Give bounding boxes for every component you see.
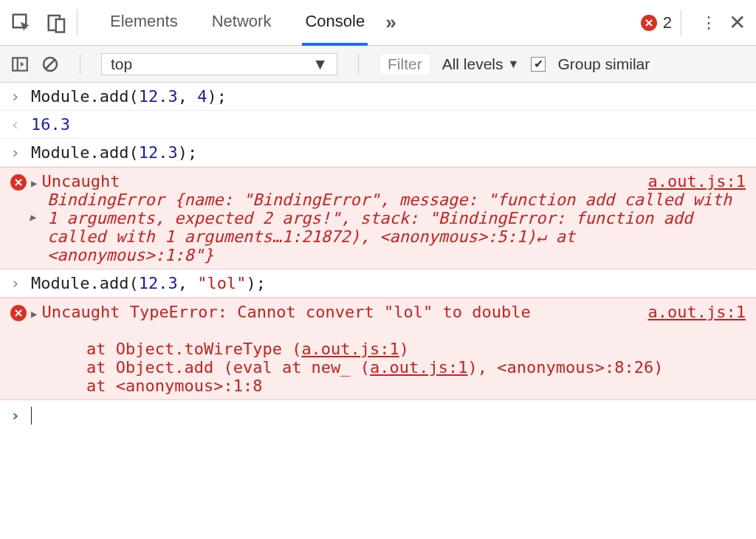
console-log-area: › Module.add(12.3, 4); ‹ 16.3 › Module.a… — [0, 83, 756, 430]
devtools-tabbar: Elements Network Console » 2 ⋮ ✕ — [0, 0, 756, 46]
tab-elements[interactable]: Elements — [107, 0, 181, 46]
levels-label: All levels — [442, 55, 504, 73]
stack-line: ), <anonymous>:8:26) — [468, 358, 664, 377]
filter-input[interactable]: Filter — [379, 53, 430, 75]
divider — [681, 10, 681, 36]
code-token: ); — [246, 274, 266, 292]
code-number: 12.3 — [139, 87, 178, 106]
code-string: "lol" — [197, 274, 246, 292]
expand-triangle-icon[interactable]: ▶ — [31, 308, 41, 320]
error-badge-icon — [10, 172, 31, 190]
close-icon[interactable]: ✕ — [729, 10, 746, 35]
group-similar-label: Group similar — [557, 55, 650, 73]
code-token: Module.add( — [31, 143, 139, 162]
chevron-down-icon: ▼ — [508, 58, 520, 71]
expand-triangle-icon[interactable]: ▶ — [31, 177, 41, 189]
stack-line: at <anonymous>:1:8 — [47, 377, 262, 395]
code-token: , — [178, 87, 198, 106]
input-chevron-icon: › — [10, 143, 31, 162]
console-error-row: a.out.js:1 ▶Uncaught TypeError: Cannot c… — [0, 298, 756, 400]
sidebar-toggle-icon[interactable] — [10, 55, 30, 74]
prompt-chevron-icon: › — [10, 406, 31, 425]
tab-console[interactable]: Console — [302, 0, 368, 46]
error-indicator[interactable]: 2 — [641, 13, 672, 32]
divider — [80, 54, 80, 75]
console-toolbar: top ▼ Filter All levels ▼ ✔ Group simila… — [0, 46, 756, 83]
group-similar-checkbox[interactable]: ✔ — [531, 57, 546, 72]
error-badge-icon — [641, 15, 657, 31]
divider — [77, 10, 78, 36]
error-source-link[interactable]: a.out.js:1 — [648, 172, 746, 190]
stack-line: at Object.toWireType ( — [47, 340, 301, 358]
code-token: Module.add( — [31, 87, 139, 106]
input-chevron-icon: › — [10, 274, 31, 292]
code-number: 4 — [197, 87, 207, 106]
error-source-link[interactable]: a.out.js:1 — [648, 303, 746, 321]
error-badge-icon — [10, 303, 31, 321]
error-count: 2 — [663, 13, 672, 32]
context-selector[interactable]: top ▼ — [101, 53, 337, 75]
console-error-row: a.out.js:1 ▶Uncaught ▶ BindingError {nam… — [0, 167, 756, 270]
console-prompt[interactable]: › — [0, 400, 756, 430]
console-output-row: ‹ 16.3 — [0, 111, 756, 139]
output-chevron-icon: ‹ — [10, 115, 31, 134]
clear-console-icon[interactable] — [41, 55, 59, 73]
return-value: 16.3 — [31, 115, 746, 134]
device-toggle-icon[interactable] — [46, 12, 68, 34]
context-label: top — [111, 55, 132, 73]
code-number: 12.3 — [139, 274, 178, 292]
stack-link[interactable]: a.out.js:1 — [370, 358, 467, 377]
more-tabs-icon[interactable]: » — [385, 11, 396, 34]
stack-line: ) — [399, 340, 409, 358]
expand-triangle-icon[interactable]: ▶ — [30, 211, 40, 223]
tab-network[interactable]: Network — [209, 0, 275, 46]
stack-line: at Object.add (eval at new_ ( — [47, 358, 370, 377]
kebab-menu-icon[interactable]: ⋮ — [701, 13, 718, 32]
svg-line-6 — [46, 60, 55, 69]
chevron-down-icon: ▼ — [312, 55, 328, 73]
svg-rect-2 — [56, 19, 64, 32]
stack-link[interactable]: a.out.js:1 — [301, 340, 399, 358]
input-chevron-icon: › — [10, 87, 31, 106]
console-input-row: › Module.add(12.3); — [0, 139, 756, 167]
console-input-row: › Module.add(12.3, 4); — [0, 83, 756, 111]
code-token: ); — [178, 143, 198, 162]
text-caret — [31, 407, 32, 425]
divider — [358, 54, 359, 75]
code-token: , — [178, 274, 198, 292]
error-head: Uncaught TypeError: Cannot convert "lol"… — [41, 303, 530, 321]
svg-rect-3 — [13, 58, 27, 70]
log-level-selector[interactable]: All levels ▼ — [442, 55, 520, 73]
code-token: Module.add( — [31, 274, 139, 292]
error-uncaught: Uncaught — [41, 172, 120, 190]
code-token: ); — [207, 87, 227, 106]
devtools-tabs: Elements Network Console — [107, 0, 368, 46]
code-number: 12.3 — [139, 143, 178, 162]
inspect-icon[interactable] — [10, 12, 32, 34]
error-body: BindingError {name: "BindingError", mess… — [47, 190, 732, 264]
console-input-row: › Module.add(12.3, "lol"); — [0, 270, 756, 298]
